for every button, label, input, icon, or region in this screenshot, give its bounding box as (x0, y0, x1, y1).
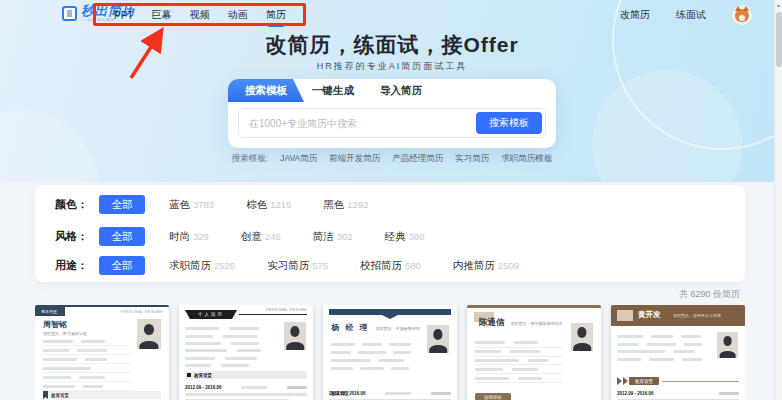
resume-card-5[interactable]: 黄开发 求职意向：应用开发工程师 教育背景 2012.09 - 2016.06 (611, 305, 745, 400)
option-name: 求职简历 (169, 259, 211, 273)
filter-option-brown[interactable]: 棕色1215 (246, 198, 291, 212)
tab-import-resume[interactable]: 导入简历 (380, 79, 422, 102)
info-row (185, 332, 273, 339)
candidate-photo (571, 323, 593, 351)
option-count: 2509 (498, 260, 519, 271)
filter-style-all-button[interactable]: 全部 (99, 227, 145, 246)
resume-card-1[interactable]: 基本信息 PERSONAL RESUME 周智铭 求职意向：数字媒体运营 教育背… (35, 305, 169, 400)
hot-link-java[interactable]: JAVA简历 (280, 153, 317, 165)
tab-search-template[interactable]: 搜索模板 (228, 79, 304, 102)
filter-color-options: 蓝色3783 棕色1215 黑色1292 (169, 198, 368, 212)
info-row (331, 357, 416, 365)
filter-option-simple[interactable]: 简洁302 (313, 230, 353, 244)
hot-link-job[interactable]: 求职简历模板 (501, 153, 552, 165)
option-name: 经典 (385, 230, 406, 244)
nav-item-resume[interactable]: 简历 (266, 8, 286, 22)
info-row (617, 341, 702, 349)
candidate-photo (284, 322, 306, 350)
card-accent-band (329, 309, 451, 315)
info-row (331, 341, 416, 349)
filter-option-blue[interactable]: 蓝色3783 (169, 198, 214, 212)
entry-date: 2012.09 - 2016.06 (617, 391, 654, 396)
filter-style-options: 时尚329 创意246 简洁302 经典380 (169, 230, 424, 244)
option-name: 创意 (241, 230, 262, 244)
option-name: 蓝色 (169, 198, 190, 212)
info-row (43, 373, 131, 382)
search-button[interactable]: 搜索模板 (476, 112, 542, 134)
main-nav: PPT 巨幕 视频 动画 简历 (100, 0, 300, 30)
scrollbar-up-icon[interactable]: ▲ (775, 0, 782, 10)
decor-block (617, 310, 633, 321)
option-name: 黑色 (323, 198, 344, 212)
practice-interview-link[interactable]: 练面试 (676, 8, 706, 22)
template-card-row: 基本信息 PERSONAL RESUME 周智铭 求职意向：数字媒体运营 教育背… (35, 305, 745, 400)
chevron-icon (617, 377, 622, 385)
info-table (331, 341, 416, 372)
section-title: 教育背景 (629, 377, 659, 385)
nav-actions: 改简历 练面试 (620, 0, 752, 30)
card-accent-line (467, 305, 601, 308)
filter-option-classic[interactable]: 经典380 (385, 230, 425, 244)
info-row (185, 347, 273, 354)
nav-item-video[interactable]: 视频 (190, 8, 210, 22)
filter-row-style: 风格： 全部 时尚329 创意246 简洁302 经典380 (55, 227, 725, 246)
filter-option-internship[interactable]: 实习简历575 (267, 259, 328, 273)
filter-option-referral[interactable]: 内推简历2509 (453, 259, 519, 273)
filter-option-black[interactable]: 黑色1292 (323, 198, 368, 212)
filter-label-usage: 用途： (55, 258, 91, 273)
info-row (617, 348, 702, 356)
filter-option-fashion[interactable]: 时尚329 (169, 230, 209, 244)
option-name: 时尚 (169, 230, 190, 244)
option-name: 实习简历 (267, 259, 309, 273)
hot-search-label: 搜索模板: (232, 153, 268, 165)
resume-card-3[interactable]: 杨 经 理 求职意向：市场销售经理 教育背景 2012.09 - 2016.06 (323, 305, 457, 400)
hot-link-frontend[interactable]: 前端开发简历 (329, 153, 380, 165)
edit-resume-link[interactable]: 改简历 (620, 8, 650, 22)
info-row (475, 348, 563, 357)
hero-title: 改简历，练面试，接Offer (192, 31, 592, 59)
filter-usage-all-button[interactable]: 全部 (99, 256, 145, 275)
info-row (617, 356, 702, 364)
filter-row-usage: 用途： 全部 求职简历2526 实习简历575 校招简历580 内推简历2509 (55, 256, 725, 275)
filter-row-color: 颜色： 全部 蓝色3783 棕色1215 黑色1292 (55, 195, 725, 214)
nav-item-ppt[interactable]: PPT (114, 10, 133, 21)
square-bullet-icon (187, 373, 191, 377)
info-table (617, 333, 702, 363)
resume-card-4[interactable]: 陈通信 求职意向：通信网络管理相关 自我评价 (467, 305, 601, 400)
info-row (475, 374, 563, 383)
user-avatar[interactable] (732, 5, 752, 25)
info-row (43, 337, 131, 346)
entry-date: 2012.09 - 2016.06 (329, 391, 366, 396)
scrollbar-thumb[interactable] (776, 12, 782, 67)
option-count: 1215 (270, 199, 291, 210)
filter-option-campus[interactable]: 校招简历580 (360, 259, 421, 273)
resume-card-2[interactable]: 个人简历 PERSONAL RESUME 教育背景 2012.09 - 2016… (179, 305, 313, 400)
search-panel: 搜索模板 一键生成 导入简历 搜索模板 (228, 79, 556, 148)
card-header-badge: 个人简历 (185, 310, 237, 319)
info-row (475, 339, 563, 348)
hot-link-intern[interactable]: 实习简历 (455, 153, 489, 165)
section-header: 教育背景 (43, 391, 161, 399)
hot-search-row: 搜索模板: JAVA简历 前端开发简历 产品经理简历 实习简历 求职简历模板 (162, 153, 622, 165)
option-count: 3783 (193, 199, 214, 210)
section-title: 教育背景 (51, 393, 69, 398)
info-row (185, 362, 273, 369)
option-count: 1292 (347, 199, 368, 210)
filter-usage-options: 求职简历2526 实习简历575 校招简历580 内推简历2509 (169, 259, 519, 273)
info-table (185, 325, 273, 369)
info-row (475, 357, 563, 366)
card-header-english: PERSONAL RESUME (266, 308, 307, 312)
hot-link-pm[interactable]: 产品经理简历 (392, 153, 443, 165)
nav-item-jumu[interactable]: 巨幕 (152, 8, 172, 22)
window-scrollbar[interactable]: ▲ (774, 0, 782, 400)
nav-item-animation[interactable]: 动画 (228, 8, 248, 22)
filter-option-job-seeking[interactable]: 求职简历2526 (169, 259, 235, 273)
section-rule (662, 381, 739, 382)
candidate-intent: 求职意向：应用开发工程师 (673, 313, 721, 318)
section-badge: 自我评价 (475, 393, 511, 400)
filter-option-creative[interactable]: 创意246 (241, 230, 281, 244)
tab-one-click-generate[interactable]: 一键生成 (312, 79, 354, 102)
filter-color-all-button[interactable]: 全部 (99, 195, 145, 214)
option-count: 302 (337, 231, 353, 242)
candidate-intent: 求职意向：通信网络管理相关 (511, 321, 563, 326)
